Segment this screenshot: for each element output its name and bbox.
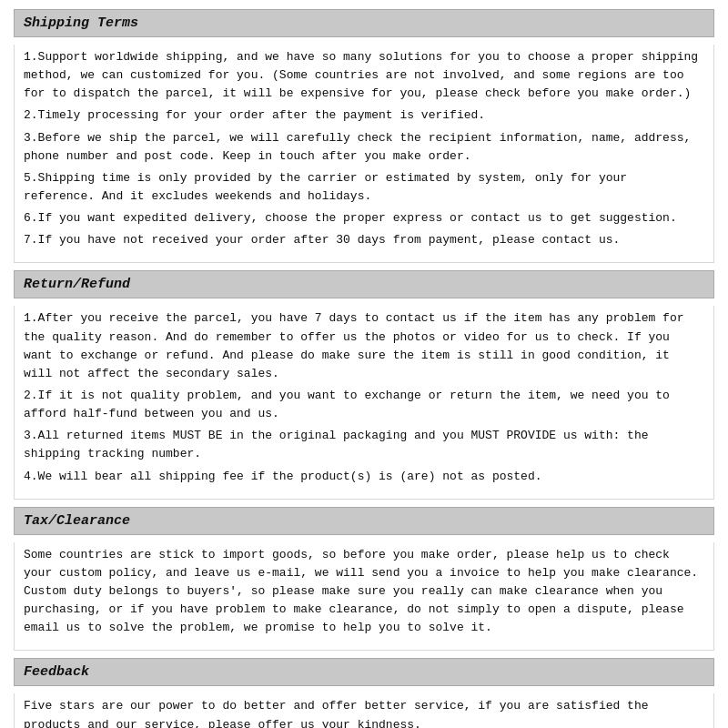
section-header-feedback: Feedback (14, 658, 714, 686)
section-header-return-refund: Return/Refund (14, 270, 714, 298)
section-paragraph: 4.We will bear all shipping fee if the p… (24, 468, 704, 486)
section-title-shipping-terms: Shipping Terms (24, 15, 704, 31)
section-paragraph: 5.Shipping time is only provided by the … (24, 169, 704, 206)
section-paragraph: 1.Support worldwide shipping, and we hav… (24, 48, 704, 103)
section-return-refund: Return/Refund1.After you receive the par… (14, 270, 714, 499)
section-paragraph: 3.All returned items MUST BE in the orig… (24, 427, 704, 463)
section-header-tax-clearance: Tax/Clearance (14, 507, 714, 535)
section-paragraph: 2.Timely processing for your order after… (24, 106, 704, 125)
section-title-feedback: Feedback (24, 664, 704, 680)
section-title-return-refund: Return/Refund (24, 277, 704, 292)
section-paragraph: 6.If you want expedited delivery, choose… (24, 209, 704, 228)
section-paragraph: 1.After you receive the parcel, you have… (24, 309, 704, 383)
section-shipping-terms: Shipping Terms1.Support worldwide shippi… (14, 9, 714, 263)
section-paragraph: 7.If you have not received your order af… (24, 231, 704, 249)
section-body-shipping-terms: 1.Support worldwide shipping, and we hav… (14, 45, 714, 263)
section-feedback: FeedbackFive stars are our power to do b… (14, 658, 714, 728)
section-title-tax-clearance: Tax/Clearance (24, 513, 704, 529)
section-paragraph: Five stars are our power to do better an… (24, 697, 704, 728)
section-header-shipping-terms: Shipping Terms (14, 9, 714, 37)
page-wrapper: Shipping Terms1.Support worldwide shippi… (0, 0, 728, 728)
section-paragraph: 2.If it is not quality problem, and you … (24, 387, 704, 423)
section-paragraph: Some countries are stick to import goods… (24, 546, 704, 638)
section-body-tax-clearance: Some countries are stick to import goods… (14, 542, 714, 652)
section-paragraph: 3.Before we ship the parcel, we will car… (24, 129, 704, 166)
section-tax-clearance: Tax/ClearanceSome countries are stick to… (14, 507, 714, 652)
section-body-feedback: Five stars are our power to do better an… (14, 693, 714, 728)
section-body-return-refund: 1.After you receive the parcel, you have… (14, 306, 714, 499)
